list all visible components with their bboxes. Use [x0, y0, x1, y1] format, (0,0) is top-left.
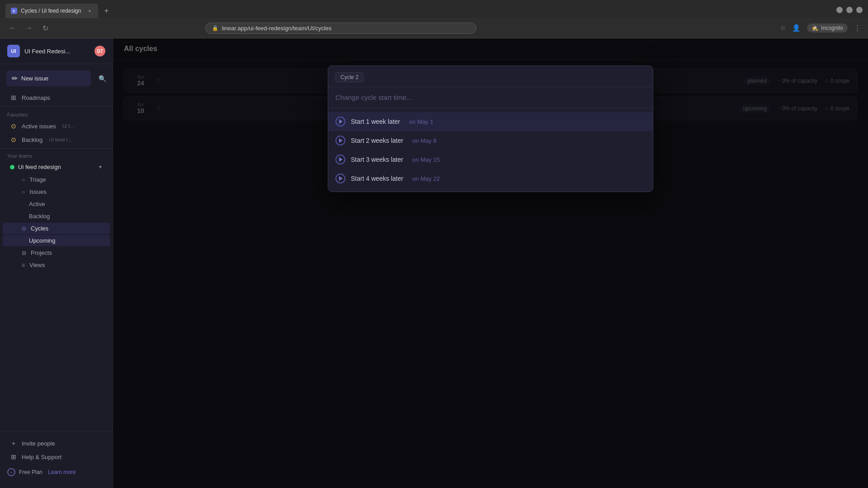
sidebar-item-cycles[interactable]: ⊙ Cycles	[3, 223, 110, 234]
option-2-weeks[interactable]: Start 2 weeks later on May 8	[328, 131, 653, 150]
triage-icon: ○	[22, 177, 25, 183]
sidebar: UI UI Feed Redesi... D7 ✏ New issue 🔍 ⊞ …	[0, 38, 113, 488]
invite-label: Invite people	[22, 440, 55, 447]
workspace-avatar: UI	[7, 45, 20, 57]
option-2-weeks-label: Start 2 weeks later	[351, 137, 403, 144]
free-plan-icon: ○	[7, 468, 15, 476]
option-4-weeks-date: on May 22	[412, 175, 440, 182]
sidebar-item-backlog-fav[interactable]: ⊙ Backlog Ui feed r...	[3, 133, 110, 146]
profile-icon[interactable]: 👤	[792, 24, 801, 32]
option-3-weeks[interactable]: Start 3 weeks later on May 15	[328, 150, 653, 169]
sidebar-item-help[interactable]: ⊞ Help & Support	[3, 450, 110, 463]
option-1-week[interactable]: Start 1 week later on May 1	[328, 112, 653, 131]
option-3-weeks-label: Start 3 weeks later	[351, 156, 403, 163]
nav-bar: ← → ↻ 🔒 linear.app/ui-feed-redesign/team…	[0, 18, 868, 38]
change-cycle-start-modal: Cycle 2 Start 1 week later on May 1	[328, 66, 653, 192]
team-header-ui-feed[interactable]: Ui feed redesign ▼	[3, 161, 110, 173]
workspace-header[interactable]: UI UI Feed Redesi... D7	[0, 38, 113, 64]
modal-header: Cycle 2	[328, 66, 653, 87]
backlog-fav-icon: ⊙	[10, 136, 17, 143]
backlog-label: Backlog	[29, 213, 50, 220]
favorites-section-label: Favorites	[0, 108, 113, 119]
sidebar-item-active-issues[interactable]: ⊙ Active issues Ui f...	[3, 120, 110, 132]
invite-icon: +	[10, 440, 17, 447]
option-2-weeks-date: on May 8	[412, 137, 436, 144]
close-button[interactable]	[856, 7, 863, 13]
active-issues-sublabel: Ui f...	[62, 123, 74, 129]
main-content: All cycles Apr 24 planned ○ 0% of capaci…	[113, 38, 868, 488]
option-3-weeks-play-icon	[335, 155, 345, 164]
active-tab[interactable]: C Cycles / Ui feed redesign ×	[5, 4, 98, 18]
active-issues-icon: ⊙	[10, 122, 17, 130]
issues-icon: ○	[22, 189, 25, 195]
sidebar-item-invite[interactable]: + Invite people	[3, 437, 110, 450]
views-label: Views	[29, 262, 45, 268]
tab-title: Cycles / Ui feed redesign	[21, 8, 81, 14]
triage-label: Triage	[29, 176, 46, 183]
sidebar-item-upcoming[interactable]: Upcoming	[3, 235, 110, 246]
views-icon: ≡	[22, 262, 25, 268]
tab-close-button[interactable]: ×	[86, 8, 93, 14]
security-lock-icon: 🔒	[212, 25, 218, 31]
address-bar[interactable]: 🔒 linear.app/ui-feed-redesign/team/UI/cy…	[205, 23, 476, 34]
modal-search-area	[328, 87, 653, 108]
forward-button[interactable]: →	[24, 24, 34, 32]
maximize-button[interactable]	[846, 7, 853, 13]
cycle-start-search-input[interactable]	[335, 94, 646, 101]
sidebar-item-triage[interactable]: ○ Triage	[3, 174, 110, 185]
sidebar-item-projects[interactable]: ⊞ Projects	[3, 247, 110, 258]
new-issue-icon: ✏	[12, 74, 18, 83]
user-avatar[interactable]: D7	[94, 46, 105, 56]
nav-right-actions: ☆ 👤 🕵 Incognito ⋮	[780, 23, 861, 33]
cycles-icon: ⊙	[22, 225, 26, 232]
issues-label: Issues	[29, 188, 47, 195]
option-4-weeks[interactable]: Start 4 weeks later on May 22	[328, 169, 653, 188]
incognito-label: Incognito	[821, 25, 843, 31]
sidebar-item-backlog[interactable]: Backlog	[3, 211, 110, 222]
new-issue-button[interactable]: ✏ New issue	[6, 70, 91, 86]
sidebar-item-views[interactable]: ≡ Views	[3, 259, 110, 271]
help-label: Help & Support	[22, 454, 61, 460]
roadmaps-label: Roadmaps	[22, 94, 50, 101]
projects-icon: ⊞	[22, 250, 26, 256]
option-4-weeks-label: Start 4 weeks later	[351, 175, 403, 182]
option-2-weeks-play-icon	[335, 136, 345, 145]
upcoming-label: Upcoming	[29, 237, 56, 244]
team-expand-icon: ▼	[98, 164, 103, 169]
menu-icon[interactable]: ⋮	[854, 24, 861, 32]
tab-favicon: C	[11, 8, 17, 14]
learn-more-link[interactable]: Learn more	[48, 469, 75, 475]
divider-2	[0, 148, 113, 149]
minimize-button[interactable]	[836, 7, 843, 13]
new-tab-button[interactable]: +	[100, 5, 113, 17]
active-label: Active	[29, 201, 45, 207]
team-name: Ui feed redesign	[18, 164, 94, 170]
incognito-icon: 🕵	[811, 25, 818, 31]
sidebar-item-issues[interactable]: ○ Issues	[3, 186, 110, 197]
search-icon: 🔍	[99, 75, 106, 82]
bookmark-icon[interactable]: ☆	[780, 24, 786, 32]
window-controls	[836, 7, 863, 15]
your-teams-label: Your teams	[0, 150, 113, 160]
tab-bar: C Cycles / Ui feed redesign × +	[0, 0, 868, 18]
option-4-weeks-play-icon	[335, 174, 345, 183]
help-icon: ⊞	[10, 453, 17, 460]
divider-bottom	[0, 431, 113, 432]
sidebar-item-active[interactable]: Active	[3, 198, 110, 210]
backlog-fav-label: Backlog	[22, 136, 42, 143]
modal-overlay[interactable]: Cycle 2 Start 1 week later on May 1	[113, 38, 868, 488]
sidebar-item-roadmaps[interactable]: ⊞ Roadmaps	[3, 91, 110, 104]
option-1-week-date: on May 1	[409, 118, 433, 125]
address-text: linear.app/ui-feed-redesign/team/UI/cycl…	[222, 25, 332, 32]
modal-options-list: Start 1 week later on May 1 Start 2 week…	[328, 108, 653, 192]
back-button[interactable]: ←	[7, 24, 18, 32]
new-issue-label: New issue	[21, 75, 48, 82]
divider-1	[0, 106, 113, 107]
team-dot	[10, 165, 14, 169]
incognito-button[interactable]: 🕵 Incognito	[807, 23, 848, 33]
cycles-label: Cycles	[31, 225, 48, 232]
active-issues-label: Active issues	[22, 123, 56, 130]
search-button[interactable]: 🔍	[95, 72, 109, 85]
reload-button[interactable]: ↻	[40, 24, 51, 33]
workspace-name: UI Feed Redesi...	[24, 48, 90, 55]
